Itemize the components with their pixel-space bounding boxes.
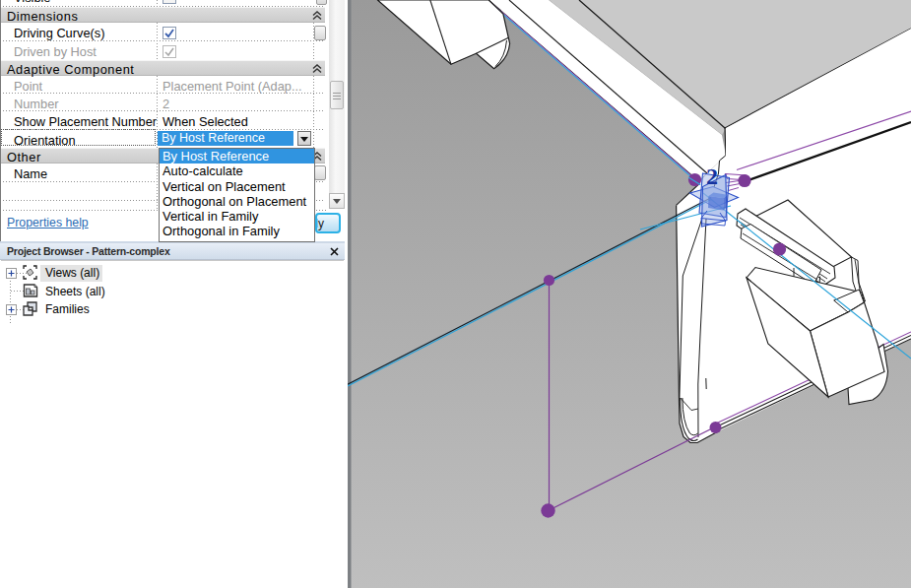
svg-text:2: 2 xyxy=(706,163,718,189)
